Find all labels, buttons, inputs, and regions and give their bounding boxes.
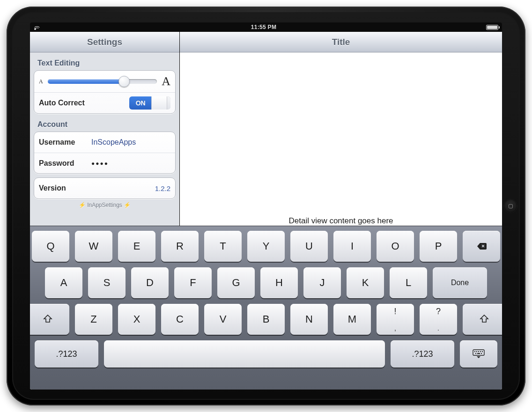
username-label: Username — [39, 138, 82, 147]
keyboard-row-4: .?123 .?123 — [35, 340, 497, 368]
key-y[interactable]: Y — [247, 231, 285, 262]
group-header: Text Editing — [34, 56, 176, 70]
keyboard-row-2: A S D F G H J K L Done — [35, 267, 497, 298]
svg-rect-2 — [476, 351, 477, 352]
key-d[interactable]: D — [131, 267, 169, 298]
keyboard-row-1: Q W E R T Y U I O P — [35, 231, 497, 262]
hide-keyboard-icon — [472, 349, 485, 359]
key-question: ? — [436, 307, 441, 316]
wifi-icon — [33, 24, 41, 30]
footer-text: InAppSettings — [87, 202, 122, 208]
battery-icon — [486, 25, 498, 30]
font-size-large-icon: A — [162, 74, 170, 88]
group-header: Account — [34, 118, 176, 132]
keyboard: Q W E R T Y U I O P A S D F G — [30, 226, 502, 390]
detail-title: Title — [332, 37, 350, 47]
password-label: Password — [39, 159, 82, 168]
version-value: 1.2.2 — [155, 184, 170, 192]
key-t[interactable]: T — [204, 231, 242, 262]
shift-icon — [42, 314, 53, 325]
version-row: Version 1.2.2 — [34, 178, 175, 199]
keyboard-row-3: Z X C V B N M ! , ? . — [35, 304, 497, 335]
svg-rect-0 — [473, 350, 484, 355]
key-m[interactable]: M — [333, 304, 371, 335]
key-shift-left[interactable] — [30, 304, 69, 335]
key-f[interactable]: F — [174, 267, 212, 298]
svg-rect-6 — [475, 353, 476, 354]
group-version: Version 1.2.2 ⚡ InAppSettings ⚡ — [30, 174, 179, 208]
key-k[interactable]: K — [347, 267, 384, 298]
key-e[interactable]: E — [118, 231, 155, 262]
account-card: Username Password ●●●● — [34, 132, 176, 174]
key-o[interactable]: O — [377, 231, 414, 262]
master-navbar: Settings — [30, 32, 179, 52]
key-space[interactable] — [104, 340, 385, 368]
password-mask[interactable]: ●●●● — [82, 160, 109, 167]
battery-level — [487, 26, 497, 29]
key-i[interactable]: I — [333, 231, 371, 262]
font-size-slider[interactable] — [48, 79, 157, 84]
bolt-icon: ⚡ — [124, 202, 131, 208]
key-z[interactable]: Z — [75, 304, 112, 335]
username-row: Username — [34, 132, 175, 153]
key-question-period[interactable]: ? . — [420, 304, 457, 335]
key-w[interactable]: W — [75, 231, 112, 262]
autocorrect-toggle[interactable]: ON — [129, 96, 170, 110]
svg-rect-5 — [482, 351, 483, 352]
status-bar: 11:55 PM — [30, 22, 502, 32]
key-done[interactable]: Done — [433, 267, 487, 298]
key-u[interactable]: U — [290, 231, 328, 262]
master-title: Settings — [87, 37, 122, 47]
key-c[interactable]: C — [161, 304, 199, 335]
home-button-glyph — [509, 204, 513, 208]
key-hide-keyboard[interactable] — [460, 340, 497, 368]
key-q[interactable]: Q — [32, 231, 69, 262]
key-numbers-right[interactable]: .?123 — [391, 340, 454, 368]
device-frame: 11:55 PM Settings Text Editing A — [7, 7, 525, 405]
key-v[interactable]: V — [204, 304, 242, 335]
svg-rect-4 — [480, 351, 481, 352]
autocorrect-on-text: ON — [129, 96, 152, 110]
key-shift-right[interactable] — [463, 304, 502, 335]
group-account: Account Username Password ● — [30, 114, 179, 174]
key-numbers-left[interactable]: .?123 — [35, 340, 98, 368]
key-h[interactable]: H — [260, 267, 298, 298]
key-comma: , — [394, 324, 396, 332]
svg-rect-7 — [477, 353, 480, 354]
status-time: 11:55 PM — [41, 24, 486, 30]
group-text-editing: Text Editing A A Auto Correct — [30, 52, 179, 114]
screen: 11:55 PM Settings Text Editing A — [30, 22, 502, 390]
font-size-small-icon: A — [39, 78, 43, 85]
key-b[interactable]: B — [247, 304, 285, 335]
key-x[interactable]: X — [118, 304, 155, 335]
backspace-icon — [476, 241, 487, 252]
key-s[interactable]: S — [88, 267, 126, 298]
password-row: Password ●●●● — [34, 153, 175, 173]
version-card: Version 1.2.2 — [34, 177, 176, 199]
version-label: Version — [39, 184, 82, 192]
shift-icon — [479, 314, 490, 325]
font-size-row: A A — [34, 71, 175, 92]
key-l[interactable]: L — [390, 267, 427, 298]
home-button[interactable] — [504, 199, 517, 213]
key-g[interactable]: G — [217, 267, 255, 298]
key-j[interactable]: J — [303, 267, 341, 298]
svg-rect-1 — [474, 351, 475, 352]
font-size-slider-thumb[interactable] — [118, 76, 130, 87]
autocorrect-knob[interactable] — [151, 96, 167, 110]
autocorrect-label: Auto Correct — [39, 99, 85, 107]
key-exclaim-comma[interactable]: ! , — [377, 304, 414, 335]
footer-credit: ⚡ InAppSettings ⚡ — [34, 202, 176, 208]
detail-navbar: Title — [180, 32, 502, 52]
key-n[interactable]: N — [290, 304, 328, 335]
key-a[interactable]: A — [45, 267, 82, 298]
svg-rect-8 — [481, 353, 482, 354]
username-field[interactable] — [82, 138, 176, 147]
key-p[interactable]: P — [420, 231, 457, 262]
key-r[interactable]: R — [161, 231, 199, 262]
key-backspace[interactable] — [463, 231, 500, 262]
autocorrect-row: Auto Correct ON — [34, 92, 175, 113]
text-editing-card: A A Auto Correct ON — [34, 70, 176, 114]
bolt-icon: ⚡ — [79, 202, 86, 208]
font-size-slider-fill — [48, 79, 124, 84]
